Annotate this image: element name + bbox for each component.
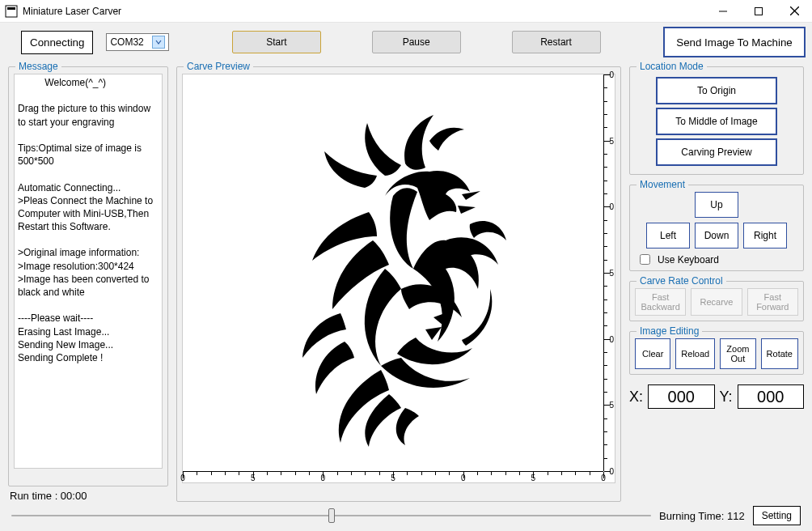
restart-button[interactable]: Restart	[512, 31, 601, 53]
location-mode-title: Location Mode	[636, 61, 707, 72]
clear-button[interactable]: Clear	[635, 338, 670, 369]
to-middle-button[interactable]: To Middle of Image	[656, 108, 777, 135]
maximize-button[interactable]	[741, 0, 776, 23]
y-value: 000	[738, 384, 804, 409]
ruler-right: 0505050	[603, 74, 615, 471]
carve-rate-panel: Carve Rate Control Fast Backward Recarve…	[629, 281, 804, 321]
setting-button[interactable]: Setting	[753, 506, 801, 525]
start-button[interactable]: Start	[232, 31, 321, 53]
minimize-button[interactable]	[705, 0, 741, 23]
connecting-button[interactable]: Connecting	[21, 31, 93, 54]
use-keyboard-checkbox[interactable]	[640, 254, 650, 265]
location-mode-panel: Location Mode To Origin To Middle of Ima…	[629, 66, 804, 175]
pause-button[interactable]: Pause	[372, 31, 461, 53]
to-origin-button[interactable]: To Origin	[656, 77, 777, 104]
x-label: X:	[629, 389, 643, 406]
bottom-bar: Burning Time: 112 Setting	[0, 502, 812, 529]
ruler-bottom: 0505050	[183, 471, 603, 482]
use-keyboard-label: Use Keyboard	[658, 254, 719, 266]
coords-display: X: 000 Y: 000	[629, 380, 804, 409]
burning-slider[interactable]	[11, 508, 651, 523]
carving-preview-button[interactable]: Carving Preview	[656, 138, 777, 166]
fast-forward-button: Fast Forward	[747, 288, 798, 316]
image-editing-title: Image Editing	[636, 325, 702, 337]
preview-panel-title: Carve Preview	[184, 61, 253, 72]
window-titlebar: Miniature Laser Carver	[0, 0, 812, 23]
message-panel: Message	[8, 66, 168, 486]
carve-rate-title: Carve Rate Control	[636, 275, 726, 287]
top-toolbar: Connecting COM32 Start Pause Restart Sen…	[0, 23, 812, 62]
com-port-value: COM32	[110, 36, 143, 48]
send-image-button[interactable]: Send Image To Machine	[663, 27, 806, 57]
preview-canvas[interactable]: 0505050 0505050	[182, 74, 615, 483]
zoom-out-button[interactable]: Zoom Out	[720, 338, 755, 369]
move-left-button[interactable]: Left	[646, 223, 690, 249]
movement-title: Movement	[636, 179, 688, 190]
message-log[interactable]	[14, 74, 163, 469]
move-right-button[interactable]: Right	[743, 223, 787, 249]
move-down-button[interactable]: Down	[695, 223, 738, 249]
com-port-select[interactable]: COM32	[106, 33, 169, 51]
preview-image	[264, 107, 506, 450]
run-time-label: Run time : 00:00	[8, 486, 168, 502]
burning-time-label: Burning Time: 112	[659, 510, 745, 522]
recarve-button: Recarve	[691, 288, 742, 316]
chevron-down-icon	[152, 36, 165, 49]
message-panel-title: Message	[15, 61, 61, 72]
fast-backward-button: Fast Backward	[635, 288, 686, 316]
app-icon	[5, 5, 18, 18]
y-label: Y:	[720, 389, 733, 406]
close-button[interactable]	[776, 0, 812, 23]
rotate-button[interactable]: Rotate	[761, 338, 798, 369]
x-value: 000	[648, 384, 714, 409]
image-editing-panel: Image Editing Clear Reload Zoom Out Rota…	[629, 331, 804, 375]
svg-rect-1	[7, 7, 15, 10]
app-title: Miniature Laser Carver	[23, 6, 121, 17]
movement-panel: Movement Up Left Down Right Use Keyboard	[629, 185, 804, 271]
reload-button[interactable]: Reload	[675, 338, 715, 369]
slider-thumb[interactable]	[328, 508, 335, 523]
svg-rect-3	[755, 7, 763, 15]
move-up-button[interactable]: Up	[695, 192, 738, 218]
preview-panel: Carve Preview 0505050 0505050	[176, 66, 621, 502]
